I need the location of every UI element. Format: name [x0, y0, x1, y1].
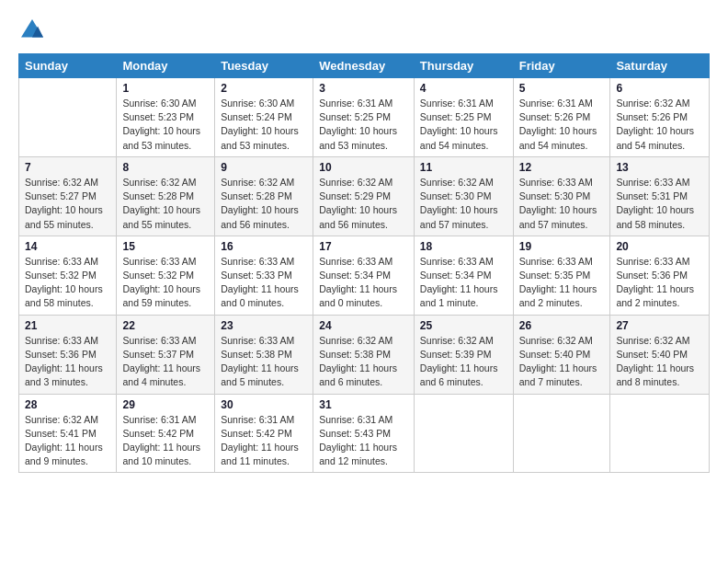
day-info: Sunrise: 6:30 AMSunset: 5:24 PMDaylight:…	[221, 97, 307, 153]
day-number: 21	[25, 319, 110, 332]
header	[18, 17, 710, 44]
day-number: 12	[519, 161, 605, 174]
day-info: Sunrise: 6:33 AMSunset: 5:38 PMDaylight:…	[221, 334, 307, 390]
day-number: 31	[319, 398, 408, 411]
calendar-row: 7Sunrise: 6:32 AMSunset: 5:27 PMDaylight…	[19, 156, 710, 236]
calendar-cell: 8Sunrise: 6:32 AMSunset: 5:28 PMDaylight…	[117, 156, 215, 236]
weekday-header-monday: Monday	[117, 54, 215, 78]
day-number: 10	[319, 161, 408, 174]
weekday-header-tuesday: Tuesday	[215, 54, 313, 78]
day-info: Sunrise: 6:32 AMSunset: 5:39 PMDaylight:…	[420, 334, 507, 390]
day-info: Sunrise: 6:32 AMSunset: 5:40 PMDaylight:…	[616, 334, 703, 390]
day-info: Sunrise: 6:31 AMSunset: 5:26 PMDaylight:…	[519, 97, 605, 153]
day-info: Sunrise: 6:33 AMSunset: 5:31 PMDaylight:…	[616, 176, 703, 232]
day-info: Sunrise: 6:32 AMSunset: 5:26 PMDaylight:…	[616, 97, 703, 153]
day-number: 22	[122, 319, 209, 332]
calendar-cell: 14Sunrise: 6:33 AMSunset: 5:32 PMDayligh…	[19, 236, 117, 315]
day-info: Sunrise: 6:32 AMSunset: 5:38 PMDaylight:…	[319, 334, 408, 390]
day-info: Sunrise: 6:33 AMSunset: 5:32 PMDaylight:…	[122, 255, 209, 311]
calendar-cell: 12Sunrise: 6:33 AMSunset: 5:30 PMDayligh…	[513, 156, 610, 236]
calendar-cell: 23Sunrise: 6:33 AMSunset: 5:38 PMDayligh…	[215, 315, 313, 394]
day-number: 18	[420, 240, 507, 253]
day-info: Sunrise: 6:30 AMSunset: 5:23 PMDaylight:…	[122, 97, 209, 153]
calendar-cell	[19, 78, 117, 157]
day-number: 28	[25, 398, 110, 411]
calendar-cell: 6Sunrise: 6:32 AMSunset: 5:26 PMDaylight…	[610, 78, 710, 157]
calendar-cell: 31Sunrise: 6:31 AMSunset: 5:43 PMDayligh…	[313, 394, 415, 473]
calendar-cell	[414, 394, 513, 473]
day-info: Sunrise: 6:33 AMSunset: 5:32 PMDaylight:…	[25, 255, 110, 311]
day-number: 7	[25, 161, 110, 174]
calendar-row: 14Sunrise: 6:33 AMSunset: 5:32 PMDayligh…	[19, 236, 710, 315]
calendar-cell: 4Sunrise: 6:31 AMSunset: 5:25 PMDaylight…	[414, 78, 513, 157]
day-info: Sunrise: 6:33 AMSunset: 5:33 PMDaylight:…	[221, 255, 307, 311]
day-number: 9	[221, 161, 307, 174]
calendar-cell: 28Sunrise: 6:32 AMSunset: 5:41 PMDayligh…	[19, 394, 117, 473]
calendar-cell: 25Sunrise: 6:32 AMSunset: 5:39 PMDayligh…	[414, 315, 513, 394]
day-info: Sunrise: 6:32 AMSunset: 5:30 PMDaylight:…	[420, 176, 507, 232]
day-number: 2	[221, 82, 307, 95]
day-number: 17	[319, 240, 408, 253]
day-info: Sunrise: 6:32 AMSunset: 5:40 PMDaylight:…	[519, 334, 605, 390]
day-info: Sunrise: 6:31 AMSunset: 5:25 PMDaylight:…	[420, 97, 507, 153]
day-info: Sunrise: 6:33 AMSunset: 5:30 PMDaylight:…	[519, 176, 605, 232]
calendar-table: SundayMondayTuesdayWednesdayThursdayFrid…	[18, 53, 710, 473]
page: SundayMondayTuesdayWednesdayThursdayFrid…	[0, 0, 728, 563]
day-number: 6	[616, 82, 703, 95]
day-number: 8	[122, 161, 209, 174]
day-number: 23	[221, 319, 307, 332]
calendar-cell: 5Sunrise: 6:31 AMSunset: 5:26 PMDaylight…	[513, 78, 610, 157]
day-info: Sunrise: 6:33 AMSunset: 5:35 PMDaylight:…	[519, 255, 605, 311]
calendar-row: 1Sunrise: 6:30 AMSunset: 5:23 PMDaylight…	[19, 78, 710, 157]
day-info: Sunrise: 6:33 AMSunset: 5:36 PMDaylight:…	[25, 334, 110, 390]
calendar-cell: 17Sunrise: 6:33 AMSunset: 5:34 PMDayligh…	[313, 236, 415, 315]
calendar-cell: 11Sunrise: 6:32 AMSunset: 5:30 PMDayligh…	[414, 156, 513, 236]
day-info: Sunrise: 6:33 AMSunset: 5:36 PMDaylight:…	[616, 255, 703, 311]
calendar-cell: 30Sunrise: 6:31 AMSunset: 5:42 PMDayligh…	[215, 394, 313, 473]
day-number: 30	[221, 398, 307, 411]
day-info: Sunrise: 6:32 AMSunset: 5:29 PMDaylight:…	[319, 176, 408, 232]
calendar-cell: 24Sunrise: 6:32 AMSunset: 5:38 PMDayligh…	[313, 315, 415, 394]
day-number: 15	[122, 240, 209, 253]
calendar-row: 28Sunrise: 6:32 AMSunset: 5:41 PMDayligh…	[19, 394, 710, 473]
calendar-cell: 19Sunrise: 6:33 AMSunset: 5:35 PMDayligh…	[513, 236, 610, 315]
day-info: Sunrise: 6:31 AMSunset: 5:25 PMDaylight:…	[319, 97, 408, 153]
day-number: 19	[519, 240, 605, 253]
day-number: 5	[519, 82, 605, 95]
weekday-header-saturday: Saturday	[610, 54, 710, 78]
day-info: Sunrise: 6:32 AMSunset: 5:41 PMDaylight:…	[25, 413, 110, 469]
day-number: 27	[616, 319, 703, 332]
calendar-cell: 13Sunrise: 6:33 AMSunset: 5:31 PMDayligh…	[610, 156, 710, 236]
weekday-header-friday: Friday	[513, 54, 610, 78]
logo-icon	[18, 17, 46, 44]
calendar-header-row: SundayMondayTuesdayWednesdayThursdayFrid…	[19, 54, 710, 78]
day-info: Sunrise: 6:31 AMSunset: 5:42 PMDaylight:…	[122, 413, 209, 469]
day-info: Sunrise: 6:32 AMSunset: 5:28 PMDaylight:…	[122, 176, 209, 232]
day-number: 20	[616, 240, 703, 253]
day-number: 24	[319, 319, 408, 332]
day-info: Sunrise: 6:31 AMSunset: 5:42 PMDaylight:…	[221, 413, 307, 469]
calendar-cell	[610, 394, 710, 473]
calendar-cell: 20Sunrise: 6:33 AMSunset: 5:36 PMDayligh…	[610, 236, 710, 315]
calendar-cell: 16Sunrise: 6:33 AMSunset: 5:33 PMDayligh…	[215, 236, 313, 315]
calendar-cell: 7Sunrise: 6:32 AMSunset: 5:27 PMDaylight…	[19, 156, 117, 236]
day-info: Sunrise: 6:33 AMSunset: 5:34 PMDaylight:…	[319, 255, 408, 311]
logo	[18, 17, 48, 44]
weekday-header-sunday: Sunday	[19, 54, 117, 78]
day-number: 14	[25, 240, 110, 253]
calendar-cell	[513, 394, 610, 473]
day-number: 26	[519, 319, 605, 332]
weekday-header-wednesday: Wednesday	[313, 54, 415, 78]
day-number: 1	[122, 82, 209, 95]
calendar-cell: 27Sunrise: 6:32 AMSunset: 5:40 PMDayligh…	[610, 315, 710, 394]
calendar-cell: 2Sunrise: 6:30 AMSunset: 5:24 PMDaylight…	[215, 78, 313, 157]
calendar-cell: 26Sunrise: 6:32 AMSunset: 5:40 PMDayligh…	[513, 315, 610, 394]
calendar-cell: 18Sunrise: 6:33 AMSunset: 5:34 PMDayligh…	[414, 236, 513, 315]
calendar-cell: 22Sunrise: 6:33 AMSunset: 5:37 PMDayligh…	[117, 315, 215, 394]
day-number: 16	[221, 240, 307, 253]
calendar-cell: 21Sunrise: 6:33 AMSunset: 5:36 PMDayligh…	[19, 315, 117, 394]
day-info: Sunrise: 6:31 AMSunset: 5:43 PMDaylight:…	[319, 413, 408, 469]
calendar-cell: 15Sunrise: 6:33 AMSunset: 5:32 PMDayligh…	[117, 236, 215, 315]
calendar-cell: 9Sunrise: 6:32 AMSunset: 5:28 PMDaylight…	[215, 156, 313, 236]
day-number: 3	[319, 82, 408, 95]
